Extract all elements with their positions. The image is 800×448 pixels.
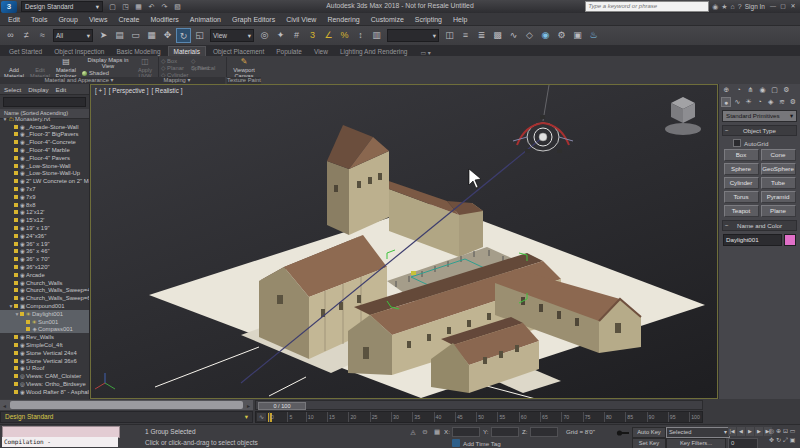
- ribbon-tab-populate[interactable]: Populate: [271, 47, 307, 56]
- menu-tools[interactable]: Tools: [31, 16, 47, 23]
- sphere-button[interactable]: Sphere: [724, 163, 759, 175]
- display-tab-icon[interactable]: ▢: [769, 85, 780, 95]
- search-input[interactable]: [585, 1, 709, 12]
- systems-category-icon[interactable]: ⚙: [788, 97, 798, 107]
- workspace-selector[interactable]: Design Standard ▾: [0, 411, 253, 423]
- tree-item-8x8[interactable]: ◉8x8: [0, 201, 89, 209]
- menu-rendering[interactable]: Rendering: [327, 16, 359, 23]
- time-slider-handle[interactable]: 0 / 100: [258, 402, 306, 410]
- isolate-selection-icon[interactable]: ◬: [408, 427, 418, 436]
- zoom-icon[interactable]: ◎: [768, 427, 775, 436]
- ribbon-minimize-icon[interactable]: ▭ ▾: [421, 49, 431, 56]
- explorer-menu-select[interactable]: Select: [4, 86, 21, 93]
- window-crossing-icon[interactable]: ▦: [144, 28, 159, 43]
- sign-in-button[interactable]: Sign In: [745, 3, 765, 10]
- edit-named-selections-icon[interactable]: ▥: [369, 28, 384, 43]
- viewport-menu-view[interactable]: [ Perspective ]: [109, 87, 149, 94]
- explorer-horizontal-scrollbar[interactable]: ◂ ▸: [0, 400, 253, 410]
- menu-create[interactable]: Create: [118, 16, 139, 23]
- ribbon-tab-get-started[interactable]: Get Started: [4, 47, 47, 56]
- tree-item--floor-3-bigpavers[interactable]: ◉_Floor-3" BigPavers: [0, 131, 89, 139]
- maximize-viewport-icon[interactable]: ▣: [789, 436, 796, 445]
- utilities-tab-icon[interactable]: ⚙: [781, 85, 792, 95]
- menu-animation[interactable]: Animation: [190, 16, 221, 23]
- help-icon[interactable]: ?: [738, 3, 742, 11]
- menu-scripting[interactable]: Scripting: [415, 16, 442, 23]
- absolute-mode-icon[interactable]: ▦: [432, 427, 442, 436]
- ribbon-tab-basic-modeling[interactable]: Basic Modeling: [111, 47, 165, 56]
- tree-item-7x7[interactable]: ◉7x7: [0, 185, 89, 193]
- cameras-category-icon[interactable]: ◔: [755, 97, 765, 107]
- dolly-icon[interactable]: ⤢: [782, 436, 789, 445]
- tree-item-19-x-19-[interactable]: ◉19" x 19": [0, 224, 89, 232]
- tree-item--low-stone-wall[interactable]: ◉_Low-Stone-Wall: [0, 162, 89, 170]
- pan-icon[interactable]: ✥: [768, 436, 775, 445]
- menu-civil-view[interactable]: Civil View: [286, 16, 316, 23]
- select-and-scale-icon[interactable]: ◱: [192, 28, 207, 43]
- tree-item-compass001[interactable]: ◈Compass001: [0, 326, 89, 334]
- tree-item-views-ortho-birdseye[interactable]: ◎Views: Ortho_Birdseye: [0, 380, 89, 388]
- new-scene-icon[interactable]: ▢: [107, 1, 118, 12]
- snaps-toggle-icon[interactable]: 3: [305, 28, 320, 43]
- viewport-menu-plus[interactable]: [ + ]: [95, 87, 106, 94]
- tree-item-u-roof[interactable]: ◉U Roof: [0, 365, 89, 373]
- schematic-view-icon[interactable]: ◇: [522, 28, 537, 43]
- rendered-frame-window-icon[interactable]: ▣: [570, 28, 585, 43]
- hierarchy-tab-icon[interactable]: ⋔: [745, 85, 756, 95]
- tree-item-2-lw-concrete-on-2-me[interactable]: ◉2" LW Concrete on 2" Me: [0, 177, 89, 185]
- tree-item--floor-4-concrete[interactable]: ◉_Floor-4"-Concrete: [0, 138, 89, 146]
- y-coordinate-field[interactable]: [491, 427, 519, 437]
- modify-tab-icon[interactable]: ◔: [733, 85, 744, 95]
- previous-frame-icon[interactable]: ◀: [737, 427, 745, 436]
- render-setup-icon[interactable]: ⚙: [554, 28, 569, 43]
- ribbon-tab-materials[interactable]: Materials: [168, 46, 206, 56]
- percent-snap-icon[interactable]: %: [337, 28, 352, 43]
- select-and-manipulate-icon[interactable]: ✦: [273, 28, 288, 43]
- menu-views[interactable]: Views: [89, 16, 108, 23]
- project-folder-icon[interactable]: ▧: [172, 1, 183, 12]
- communication-center-icon[interactable]: ★: [721, 3, 727, 11]
- shapes-category-icon[interactable]: ∿: [732, 97, 742, 107]
- tree-item-36-x-70-[interactable]: ◉36" x 70": [0, 255, 89, 263]
- tree-item-36-x-19-[interactable]: ◉36" x 19": [0, 240, 89, 248]
- ribbon-tab-object-inspection[interactable]: Object Inspection: [49, 47, 109, 56]
- unlink-selection-icon[interactable]: ≠: [19, 28, 34, 43]
- selected-dropdown[interactable]: Selected ▾: [666, 427, 730, 438]
- object-name-field[interactable]: Daylight001: [723, 234, 782, 246]
- tree-item--arcade-stone-wall[interactable]: ◉_Arcade-Stone-Wall: [0, 123, 89, 131]
- next-frame-icon[interactable]: ▶: [755, 427, 763, 436]
- track-bar[interactable]: ∿ 05101520253035404550556065707580859095…: [255, 411, 703, 423]
- tree-item-24-x36-[interactable]: ◉24"x36": [0, 232, 89, 240]
- tree-item-12-x12-[interactable]: ◉12'x12': [0, 209, 89, 217]
- current-frame-field[interactable]: 0: [728, 438, 758, 448]
- viewport-menu-shading[interactable]: [ Realistic ]: [152, 87, 183, 94]
- tree-item-daylight001[interactable]: ▼☀Daylight001: [0, 310, 89, 318]
- tree-item-stone-vertical-36x6[interactable]: ◉Stone Vertical 36x6: [0, 357, 89, 365]
- workspace-dropdown[interactable]: Design Standard ▾: [21, 1, 103, 12]
- explorer-menu-edit[interactable]: Edit: [56, 86, 67, 93]
- pyramid-button[interactable]: Pyramid: [761, 191, 796, 203]
- menu-edit[interactable]: Edit: [8, 16, 20, 23]
- tree-item-monastery-rvt[interactable]: ▼🗀Monastery.rvt: [0, 115, 89, 123]
- viewport[interactable]: [ + ] [ Perspective ] [ Realistic ]: [90, 84, 718, 399]
- tree-item-36-x120-[interactable]: ◉36"x120": [0, 263, 89, 271]
- tube-button[interactable]: Tube: [761, 177, 796, 189]
- zoom-extents-icon[interactable]: ⊡: [782, 427, 789, 436]
- viewcube[interactable]: [665, 97, 701, 135]
- tree-item-wood-rafter-8-asphalt[interactable]: ◉Wood Rafter 8" - Asphalt: [0, 388, 89, 396]
- geometry-category-icon[interactable]: ●: [721, 97, 731, 107]
- minimize-button[interactable]: —: [768, 2, 778, 11]
- open-file-icon[interactable]: ◳: [120, 1, 131, 12]
- selection-lock-icon[interactable]: ⊙: [420, 427, 430, 436]
- create-tab-icon[interactable]: ⊕: [721, 85, 732, 95]
- auto-key-button[interactable]: Auto Key: [632, 427, 666, 438]
- angle-snap-icon[interactable]: ∠: [321, 28, 336, 43]
- spinner-snap-icon[interactable]: ↕: [353, 28, 368, 43]
- undo-icon[interactable]: ↶: [146, 1, 157, 12]
- ribbon-tab-view[interactable]: View: [309, 47, 333, 56]
- name-and-color-rollout[interactable]: − Name and Color: [722, 220, 797, 231]
- cone-button[interactable]: Cone: [761, 149, 796, 161]
- time-slider[interactable]: 0 / 100: [255, 400, 703, 410]
- lights-category-icon[interactable]: ☀: [743, 97, 753, 107]
- search-icon[interactable]: ◉: [712, 3, 718, 11]
